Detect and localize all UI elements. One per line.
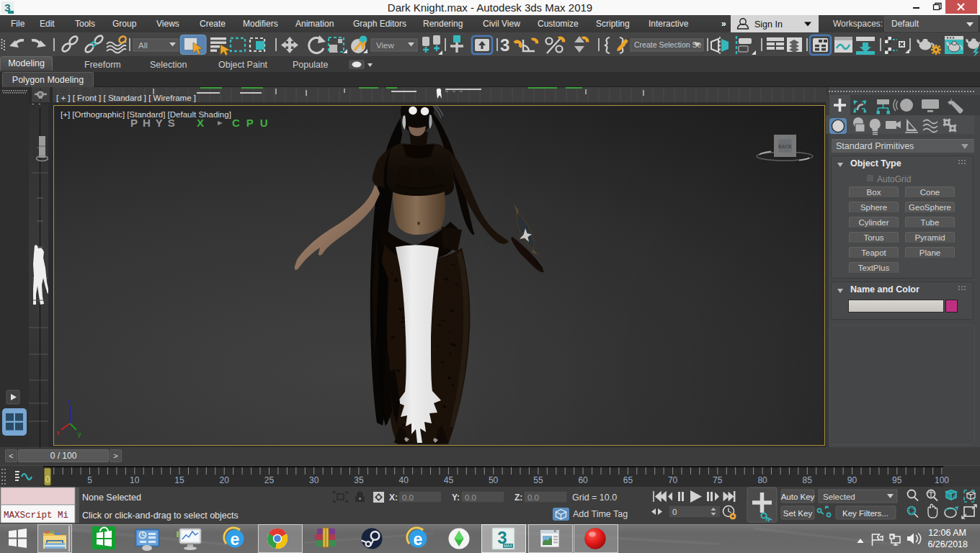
svg-text:65: 65 — [623, 475, 633, 485]
svg-text:None Selected: None Selected — [82, 493, 141, 503]
svg-text:Create Selection Se: Create Selection Se — [634, 40, 702, 49]
svg-text:12:06 AM: 12:06 AM — [928, 528, 966, 538]
svg-text:40: 40 — [399, 475, 409, 485]
svg-text:55: 55 — [533, 475, 543, 485]
svg-text:e: e — [414, 530, 423, 549]
svg-text:80: 80 — [757, 475, 767, 485]
svg-text:Key Filters...: Key Filters... — [842, 509, 888, 518]
svg-text:MAXScript Mi: MAXScript Mi — [4, 511, 68, 521]
svg-text:X:: X: — [389, 493, 398, 503]
svg-text:Sign In: Sign In — [754, 19, 783, 30]
svg-text:100: 100 — [935, 475, 949, 485]
svg-text:[ + ] [ Front ] [ Standard ] [: [ + ] [ Front ] [ Standard ] [ Wireframe… — [56, 94, 196, 102]
svg-text:10: 10 — [130, 475, 140, 485]
svg-text:25: 25 — [264, 475, 275, 485]
svg-text:95: 95 — [892, 475, 902, 485]
svg-text:5: 5 — [87, 475, 92, 485]
svg-text:30: 30 — [309, 475, 319, 485]
svg-text:All: All — [138, 41, 148, 50]
svg-text:0.0: 0.0 — [402, 493, 414, 502]
svg-text:Add Time Tag: Add Time Tag — [573, 509, 628, 519]
svg-text:0: 0 — [672, 508, 677, 516]
svg-text:e: e — [231, 530, 240, 549]
svg-text:MAX: MAX — [504, 544, 512, 548]
svg-text:20: 20 — [220, 475, 230, 485]
svg-text:Set Key: Set Key — [783, 509, 813, 518]
svg-text:75: 75 — [713, 475, 723, 485]
svg-text:90: 90 — [847, 475, 858, 485]
svg-text:Grid = 10.0: Grid = 10.0 — [572, 493, 617, 503]
svg-text:Click or click-and-drag to sel: Click or click-and-drag to select object… — [82, 511, 239, 521]
svg-text:70: 70 — [668, 475, 678, 485]
svg-text:Auto Key: Auto Key — [781, 493, 815, 501]
svg-text:35: 35 — [354, 475, 364, 485]
svg-text:0.0: 0.0 — [527, 493, 539, 502]
svg-text:6/26/2018: 6/26/2018 — [927, 539, 968, 549]
svg-text:3: 3 — [500, 35, 509, 55]
svg-text:15: 15 — [174, 475, 184, 485]
svg-text:0: 0 — [45, 475, 50, 485]
svg-text:50: 50 — [489, 475, 499, 485]
svg-text:60: 60 — [578, 475, 588, 485]
svg-text:45: 45 — [444, 475, 454, 485]
svg-text:0.0: 0.0 — [465, 493, 476, 502]
svg-text:View: View — [376, 41, 394, 50]
svg-text:85: 85 — [803, 475, 813, 485]
svg-text:Selected: Selected — [823, 493, 855, 501]
svg-text:Z:: Z: — [514, 493, 522, 503]
svg-text:Y:: Y: — [452, 493, 460, 503]
